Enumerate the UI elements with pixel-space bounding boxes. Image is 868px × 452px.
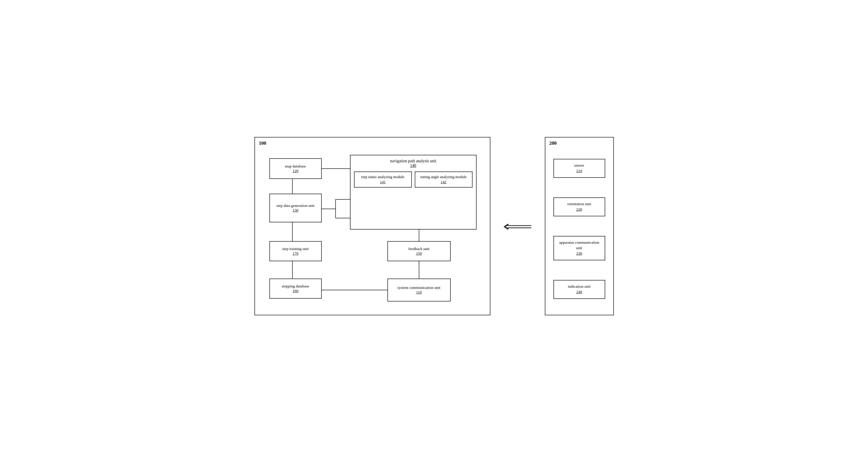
stepping-db-label: stepping database [282,284,309,289]
nav-inner-row: step status analyzing module 141 tuning … [354,171,472,188]
step-data-gen-box: step data generation unit 130 [269,194,322,222]
step-data-gen-label: step data generation unit [276,203,314,208]
sensor-box: sensor 210 [553,159,605,178]
step-status-module-box: step status analyzing module 141 [354,171,412,188]
system-200-label: 200 [549,140,557,146]
system-100-label: 100 [259,140,267,146]
indication-unit-box: indication unit 240 [553,280,605,299]
bidirectional-arrow: ⟸ [502,218,532,234]
system-200-box: 200 sensor 210 orientation unit 220 appa… [545,137,614,315]
system-100-box: 100 ma [254,137,490,315]
tuning-angle-module-box: tuning angle analyzing module 142 [415,171,472,188]
nav-path-title: navigation path analysis unit 140 [354,159,472,168]
step-data-gen-num: 130 [292,208,298,213]
diagram-container: 100 ma [254,137,614,315]
feedback-unit-box: feedback unit 150 [388,241,451,261]
map-database-label: map database [285,164,306,169]
map-database-box: map database 120 [269,158,322,179]
orientation-unit-box: orientation unit 220 [553,197,605,216]
nav-path-analysis-box: navigation path analysis unit 140 step s… [350,155,476,230]
stepping-db-box: stepping database 160 [269,279,322,299]
stepping-db-num: 160 [292,289,298,293]
step-training-box: step training unit 170 [269,241,322,261]
step-training-label: step training unit [282,247,309,251]
map-database-num: 120 [292,169,298,173]
system-comm-box: system communication unit 110 [388,279,451,301]
system-200-items: sensor 210 orientation unit 220 apparatu… [551,149,608,309]
apparatus-comm-box: apparatus communication unit 230 [553,236,605,260]
step-training-num: 170 [292,251,298,256]
